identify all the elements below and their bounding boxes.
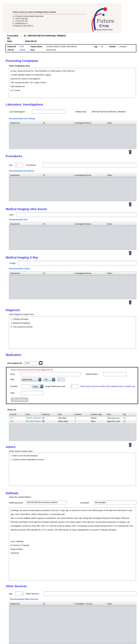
colon: : [19,49,19,51]
xray-table: Department ID Investigation/Service Stat… [9,271,136,299]
colon: : [45,49,46,51]
column-header: Investigation/Service [74,222,106,226]
uss-input[interactable] [16,212,136,217]
column-header: Investigation/Service [74,121,106,125]
visit-date-value: 2024-09-16 [46,49,56,51]
duration-cell: 7 [74,420,90,422]
column-header: Status [106,121,136,125]
advice-textarea[interactable]: 1. Refer to see the dermatologist 2. con… [9,453,136,486]
patient-name-value: CHLOE ODILE LAURE HOUAREAU [46,46,77,48]
complaints-textarea[interactable]: pt seen, being assessed for ?Viral exant… [9,68,136,98]
age-label: Age [94,46,98,48]
date-value: 2024-09-16 [25,40,36,42]
diagnosis-textarea[interactable]: 1. ?Allergic dermatitis 2. background Ep… [9,316,136,349]
drug-input[interactable] [21,372,81,376]
frequency-cell: OD [41,417,57,419]
consultation-page: Future Care by Future Holdings (Pty) Lim… [0,0,139,644]
refresh-prescription-button[interactable] [38,361,43,366]
column-header: Fequency [41,412,57,416]
duration-input[interactable] [21,384,31,388]
total-label: Total [10,392,14,394]
delete-lab-button[interactable] [128,150,132,154]
way-label: Way [10,378,14,380]
frequency-cell: BID [41,420,57,422]
trash-icon [128,251,132,255]
consultant-input[interactable] [94,500,136,504]
section-title-other-services: Other Services [6,584,27,588]
total-input[interactable] [21,391,44,395]
referred-by-value: ORITSETSETOS RAPHAEL PINNICK [92,110,126,113]
column-header: ID [42,222,74,226]
referral-letter-textarea[interactable]: Greetings, the above named patient prese… [9,508,136,580]
lab-investigation-input[interactable] [32,110,66,114]
section-title-advice: Advice [6,445,16,449]
heart-icon: ♥ [102,24,104,27]
referral-subtitle: Select the needed Refferal [9,496,31,498]
other-qty-input[interactable] [16,592,24,596]
advice-label: Enter Doctor's Advice Here [9,450,32,452]
delete-xray-button[interactable] [128,300,132,305]
lab-table: Department ID Investigation/Service Stat… [9,121,136,149]
consult-date-row: Date : 2024-09-16 [7,40,36,42]
column-header: Status [106,602,136,606]
colon: : [21,34,22,40]
uss-table: Department ID Investigation/Service Stat… [9,222,136,250]
recommended-uss-link[interactable]: Recommended USS [9,218,28,221]
logo-tagline: Body Mind Soul [96,29,112,31]
column-header: Drug [25,412,41,416]
drug-label: Drug [10,373,14,375]
xray-input[interactable] [18,261,136,265]
recommended-lab-link[interactable]: Recommended Lab Testings [9,118,35,120]
lab-table-header: Department ID Investigation/Service Stat… [9,121,136,125]
delete-drug-button[interactable] [128,443,132,447]
way-select[interactable]: Before Meal ▼ [21,378,42,382]
duration-type-cell: Week/s [90,417,106,419]
frequency-select-value: OD [45,378,48,380]
section-title-referrals: Refferals [6,492,18,495]
complaints-label: Enter Complaints Here [9,65,30,67]
procedures-input[interactable] [42,163,136,167]
plus-icon: + [13,398,16,401]
add-drug-button[interactable]: + Add Drug [11,398,28,402]
drug-name-cell: FERRIC AMMONIU [25,417,41,419]
duration-label: Duration : [10,385,19,388]
column-header: ID [42,602,74,606]
way-cell: After Meal [57,417,74,419]
column-header: ID [42,121,74,125]
prescription-id-input[interactable] [24,361,37,365]
table-row[interactable]: 384 BETAMETHASONE BID Before Meal 7 Day/… [9,420,136,423]
way-cell: Before Meal [57,420,74,422]
section-title-ultrasound: Medical Imaging Ultra Sound [6,208,47,211]
recommended-xray-link[interactable]: Recommended X-Rays [9,268,30,270]
column-header: Investigation / Service [74,602,106,606]
delete-uss-button[interactable] [128,251,132,256]
drug-name-cell: BETAMETHASONE [25,420,41,422]
recommended-other-link[interactable]: Recommended Other Services [10,598,38,600]
trash-icon [128,300,132,304]
column-header: Note [106,412,122,416]
date-label: Date [7,40,23,42]
duration-type-select[interactable]: Day/s ▼ [32,384,44,388]
delete-procedures-button[interactable] [128,202,132,207]
consulted-by-value: Dr. ORITSETSETOS RAPHAEL PINNICK [24,34,66,40]
per-meal-input[interactable] [70,384,78,388]
other-services-input[interactable] [44,592,136,596]
drug-table-header: Drug ID Drug Fequency Way Duration Durat… [9,412,136,416]
referring-doctor-input[interactable] [26,500,66,504]
trash-icon [128,202,132,206]
column-header: Way [57,412,74,416]
colon: : [23,40,24,42]
recommended-procedures-link[interactable]: Recommended Procedures [9,170,34,172]
drug-id-cell: 384 [9,420,25,422]
colon: : [99,46,100,48]
frequency-select[interactable]: OD ▼ [43,378,55,382]
logo-blue-dot [102,14,104,16]
colon: : [45,46,46,48]
special-notes-input[interactable] [103,372,126,376]
chevron-down-icon: ▼ [52,378,55,381]
company-address: Le Chainter,Victoria,Mahe,Seychelles [13,15,44,18]
trash-icon [128,443,132,447]
procedures-qty-input[interactable] [15,163,23,167]
logo-care-c: C [99,24,102,28]
table-row[interactable]: 229 FERRIC AMMONIU OD After Meal 2 Week/… [9,416,136,420]
